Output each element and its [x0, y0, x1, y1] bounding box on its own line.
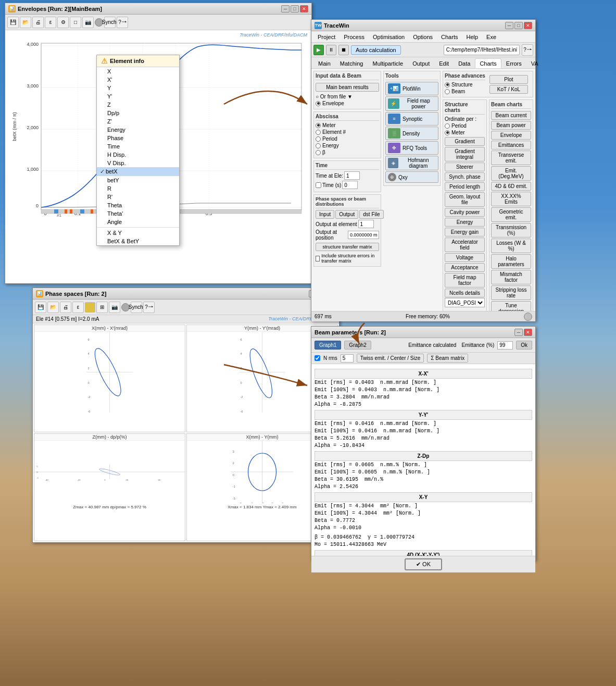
main-beam-results-btn[interactable]: Main beam results	[316, 83, 379, 92]
ctx-item-betx[interactable]: betX	[97, 167, 179, 176]
field-map-btn[interactable]: ⚡ Field map power	[385, 96, 438, 111]
phase-open[interactable]: 📂	[47, 302, 59, 313]
synoptic-btn[interactable]: ≡ Synoptic	[385, 112, 438, 126]
tw-minimize[interactable]: ─	[505, 22, 513, 29]
n-rms-check[interactable]	[315, 355, 320, 361]
tab-multiparticle[interactable]: Multiparticle	[368, 58, 408, 68]
emit-deg-mev-btn[interactable]: Emit. (Deg.MeV)	[491, 166, 531, 181]
graph1-btn[interactable]: Graph1	[315, 341, 341, 350]
bp-close[interactable]: ✕	[524, 329, 532, 336]
structure-transfer-matrix-btn[interactable]: structure transfer matrix	[316, 243, 379, 251]
accelerator-field-btn[interactable]: Accelerator field	[445, 238, 485, 252]
phase-element[interactable]: ε	[72, 302, 84, 313]
maximize-btn[interactable]: □	[291, 5, 299, 13]
synch-phase-btn[interactable]: Synch. phase	[445, 172, 485, 181]
energy-gain-btn[interactable]: Energy gain	[445, 228, 485, 236]
ctx-item-vdisp[interactable]: V Disp.	[97, 159, 179, 167]
transverse-emit-btn[interactable]: Transverse emit.	[491, 151, 531, 165]
graph2-btn[interactable]: Graph2	[344, 341, 371, 350]
ctx-item-y[interactable]: Y	[97, 84, 179, 92]
emittance-pct-input[interactable]	[497, 341, 513, 350]
tab-output[interactable]: Output	[408, 58, 434, 68]
tw-stop-btn[interactable]: ⏹	[338, 45, 349, 55]
menu-process[interactable]: Process	[340, 33, 369, 41]
settings-btn[interactable]: ⚙	[57, 17, 69, 28]
ctx-item-xy[interactable]: X & Y	[97, 229, 179, 237]
phase-print[interactable]: 🖨	[60, 302, 71, 313]
gradient-btn[interactable]: Gradient	[445, 137, 485, 146]
ctx-item-betxbety[interactable]: BetX & BetY	[97, 237, 179, 245]
minimize-btn[interactable]: ─	[281, 5, 290, 13]
output-btn[interactable]: Output	[335, 210, 358, 219]
abscissa-element-radio[interactable]	[316, 130, 321, 135]
xx-xx-emits-btn[interactable]: XX.XX% Emits	[491, 192, 531, 206]
element-btn[interactable]: ε	[45, 17, 56, 28]
tw-path-bar[interactable]: C:/temp/temp7/IHtest/IHtest.ini	[444, 45, 520, 55]
dst-file-btn[interactable]: dst File	[359, 210, 383, 219]
ctx-item-z[interactable]: Z	[97, 101, 179, 109]
halo-btn[interactable]: Halo parameters	[491, 254, 531, 269]
bp-ok-footer-btn[interactable]: ✔ OK	[405, 558, 442, 570]
tab-errors[interactable]: Errors	[501, 58, 526, 68]
tw-play-btn[interactable]: ▶	[313, 45, 324, 55]
output-at-position-input[interactable]	[348, 231, 379, 239]
tab-matching[interactable]: Matching	[335, 58, 368, 68]
tw-maximize[interactable]: □	[514, 22, 523, 29]
ctx-item-thetap[interactable]: Theta'	[97, 209, 179, 218]
ctx-item-r[interactable]: R	[97, 184, 179, 193]
geom-layout-btn[interactable]: Geom. layout file	[445, 192, 485, 207]
ncells-details-btn[interactable]: Ncells details	[445, 289, 485, 297]
print-btn[interactable]: 🖨	[32, 17, 44, 28]
kot-kol-btn[interactable]: KoT / KoL	[489, 85, 528, 94]
tune-depression-btn[interactable]: Tune depression	[491, 301, 531, 311]
phase-camera[interactable]: 📷	[109, 302, 120, 313]
abscissa-period-radio[interactable]	[316, 136, 321, 142]
time-s-input[interactable]	[342, 181, 358, 189]
ctx-item-theta[interactable]: Theta	[97, 201, 179, 209]
plotwin-btn[interactable]: +📊 PlotWin	[385, 82, 438, 95]
camera-btn[interactable]: 📷	[82, 17, 94, 28]
beam-matrix-btn[interactable]: Σ Beam matrix	[427, 354, 468, 363]
bp-ok-btn[interactable]: Ok	[516, 341, 532, 350]
ctx-item-time[interactable]: Time	[97, 142, 179, 151]
diag-position-select[interactable]: DIAG_POSITION	[445, 298, 485, 307]
density-btn[interactable]: ░ Density	[385, 127, 438, 140]
acceptance-btn[interactable]: Acceptance	[445, 263, 485, 272]
ctx-item-angle[interactable]: Angle	[97, 218, 179, 226]
or-from-file-radio[interactable]: ○	[316, 94, 320, 99]
period-radio[interactable]	[445, 123, 450, 129]
menu-project[interactable]: Project	[313, 33, 340, 41]
twiss-btn[interactable]: Twiss emit. / Center / Size	[357, 354, 424, 363]
ctx-item-dpp[interactable]: Dp/p	[97, 109, 179, 117]
menu-optimisation[interactable]: Optimisation	[369, 33, 409, 41]
ctx-item-rp[interactable]: R'	[97, 193, 179, 201]
ctx-item-hdisp[interactable]: H Disp.	[97, 151, 179, 159]
phase-save[interactable]: 💾	[35, 302, 46, 313]
tw-auto-calc-btn[interactable]: Auto calculation	[351, 45, 401, 55]
tw-pause-btn[interactable]: ⏸	[326, 45, 336, 55]
abscissa-energy-radio[interactable]	[316, 143, 321, 148]
qxy-btn[interactable]: ⊕ Qxy	[385, 171, 438, 183]
steerer-btn[interactable]: Steerer	[445, 163, 485, 171]
gradient-integral-btn[interactable]: Gradient integral	[445, 147, 485, 161]
structure-radio[interactable]	[445, 82, 450, 88]
envelope-radio[interactable]	[316, 101, 321, 106]
hofmann-btn[interactable]: ◈ Hofmann diagram	[385, 156, 438, 170]
phase-help[interactable]: ?⭢	[143, 302, 155, 313]
time-at-ele-input[interactable]	[344, 171, 360, 180]
input-btn[interactable]: Input	[316, 210, 334, 219]
geometric-emit-btn[interactable]: Geometric emit.	[491, 207, 531, 222]
tab-data[interactable]: Data	[454, 58, 475, 68]
menu-options[interactable]: Options	[409, 33, 437, 41]
menu-charts[interactable]: Charts	[437, 33, 462, 41]
abscissa-beta-radio[interactable]	[316, 150, 321, 155]
tab-va[interactable]: VA	[526, 58, 543, 68]
tw-toolbar-help[interactable]: ?⭢	[522, 44, 533, 56]
n-rms-input[interactable]	[341, 354, 354, 363]
tab-main[interactable]: Main	[313, 58, 335, 68]
period-length-btn[interactable]: Period length	[445, 182, 485, 191]
phase-settings[interactable]	[85, 302, 95, 313]
ctx-item-phase[interactable]: Phase	[97, 134, 179, 142]
beam-radio[interactable]	[445, 89, 450, 94]
phase-grid[interactable]: ⊞	[96, 302, 108, 313]
